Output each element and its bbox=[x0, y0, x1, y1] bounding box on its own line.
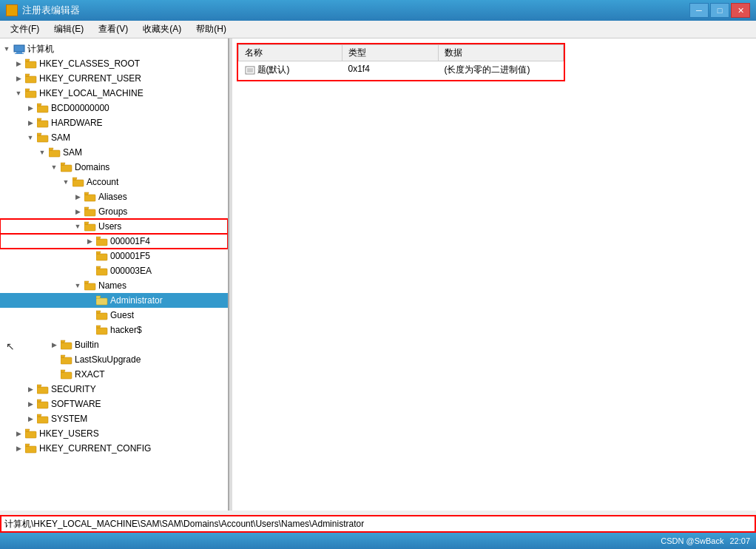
value-table-highlight: 名称 类型 数据 bbox=[237, 43, 565, 81]
label-guest: Guest bbox=[110, 310, 134, 320]
value-table: 名称 类型 数据 bbox=[238, 44, 564, 80]
expand-icon-root[interactable]: ▼ bbox=[1, 44, 12, 54]
menu-edit[interactable]: 编辑(E) bbox=[47, 21, 91, 37]
tree-node-administrator[interactable]: Administrator bbox=[0, 293, 228, 308]
label-groups: Groups bbox=[98, 206, 127, 217]
label-administrator: Administrator bbox=[110, 295, 163, 306]
menu-help[interactable]: 帮助(H) bbox=[189, 21, 234, 37]
root-label: 计算机 bbox=[27, 43, 54, 55]
taskbar: CSDN @SwBack 22:07 bbox=[0, 533, 756, 549]
tree-node-sam-root[interactable]: ▼ SAM bbox=[0, 130, 228, 145]
tree-root[interactable]: ▼ 计算机 bbox=[0, 41, 228, 56]
tree-node-hkcu[interactable]: ▶ HKEY_CURRENT_USER bbox=[0, 71, 228, 86]
expand-icon-hku[interactable]: ▶ bbox=[13, 428, 24, 439]
value-panel: 名称 类型 数据 bbox=[232, 38, 756, 511]
tree-node-builtin[interactable]: ▶ Builtin bbox=[0, 337, 228, 352]
menu-file[interactable]: 文件(F) bbox=[3, 21, 47, 37]
menu-favorites[interactable]: 收藏夹(A) bbox=[135, 21, 189, 37]
expand-icon-builtin[interactable]: ▶ bbox=[49, 340, 59, 350]
folder-icon-user-1f5 bbox=[96, 251, 108, 261]
title-bar-left: 注册表编辑器 bbox=[6, 4, 80, 17]
expand-icon-hkcc[interactable]: ▶ bbox=[13, 443, 24, 454]
value-row-default[interactable]: 题(默认) 0x1f4 (长度为零的二进制值) bbox=[239, 61, 564, 80]
expand-icon-groups[interactable]: ▶ bbox=[72, 206, 83, 217]
expand-icon-domains[interactable]: ▼ bbox=[49, 162, 59, 172]
tree-node-hardware[interactable]: ▶ HARDWARE bbox=[0, 115, 228, 130]
label-hkcu: HKEY_CURRENT_USER bbox=[39, 73, 141, 84]
menu-bar: 文件(F) 编辑(E) 查看(V) 收藏夹(A) 帮助(H) bbox=[0, 21, 756, 38]
expand-icon-account[interactable]: ▼ bbox=[61, 177, 71, 187]
folder-icon-user-1f4 bbox=[96, 236, 108, 246]
expand-icon-hklm[interactable]: ▼ bbox=[13, 88, 24, 98]
tree-panel[interactable]: ▼ 计算机 ▶ HKEY_CLASSES_ROOT ▶ HKEY_ bbox=[0, 38, 229, 511]
folder-icon-user-3ea bbox=[96, 266, 108, 276]
svg-rect-51 bbox=[37, 417, 48, 423]
svg-rect-13 bbox=[37, 135, 48, 142]
tree-node-groups[interactable]: ▶ Groups bbox=[0, 204, 228, 219]
expand-icon-user-1f4[interactable]: ▶ bbox=[84, 236, 95, 246]
svg-rect-21 bbox=[84, 195, 95, 201]
tree-node-guest[interactable]: Guest bbox=[0, 308, 228, 323]
expand-icon-aliases[interactable]: ▶ bbox=[72, 192, 83, 202]
tree-node-users[interactable]: ▼ Users bbox=[0, 219, 228, 234]
folder-icon-account bbox=[72, 177, 84, 187]
registry-value-icon bbox=[245, 65, 255, 75]
expand-icon-security[interactable]: ▶ bbox=[25, 384, 36, 394]
expand-icon-users[interactable]: ▼ bbox=[72, 221, 83, 232]
folder-icon-domains bbox=[61, 162, 72, 172]
tree-node-lastsku[interactable]: LastSkuUpgrade bbox=[0, 352, 228, 367]
folder-icon-hardware bbox=[37, 118, 49, 128]
tree-node-user-1f4[interactable]: ▶ 000001F4 bbox=[0, 234, 228, 249]
window-title: 注册表编辑器 bbox=[22, 4, 80, 17]
expand-icon-hardware[interactable]: ▶ bbox=[25, 118, 36, 128]
tree-node-system[interactable]: ▶ SYSTEM bbox=[0, 411, 228, 426]
expand-icon-sam-root[interactable]: ▼ bbox=[25, 132, 36, 143]
tree-node-sam[interactable]: ▼ SAM bbox=[0, 145, 228, 160]
label-builtin: Builtin bbox=[75, 340, 99, 350]
tree-node-security[interactable]: ▶ SECURITY bbox=[0, 382, 228, 397]
svg-rect-0 bbox=[14, 45, 24, 52]
minimize-button[interactable]: ─ bbox=[689, 3, 709, 18]
label-sam: SAM bbox=[63, 147, 82, 158]
tree-node-hklm[interactable]: ▼ HKEY_LOCAL_MACHINE bbox=[0, 86, 228, 101]
tree-node-hacker[interactable]: hacker$ bbox=[0, 323, 228, 337]
svg-rect-39 bbox=[96, 328, 107, 334]
status-bar: 计算机\HKEY_LOCAL_MACHINE\SAM\SAM\Domains\A… bbox=[0, 515, 756, 533]
tree-node-hku[interactable]: ▶ HKEY_USERS bbox=[0, 426, 228, 441]
tree-node-software[interactable]: ▶ SOFTWARE bbox=[0, 397, 228, 411]
tree-node-domains[interactable]: ▼ Domains bbox=[0, 160, 228, 175]
expand-icon-system[interactable]: ▶ bbox=[25, 414, 36, 424]
svg-rect-47 bbox=[37, 387, 48, 394]
folder-icon-hku bbox=[25, 428, 37, 439]
expand-icon-software[interactable]: ▶ bbox=[25, 399, 36, 409]
tree-node-aliases[interactable]: ▶ Aliases bbox=[0, 189, 228, 204]
svg-rect-5 bbox=[25, 76, 36, 83]
close-button[interactable]: ✕ bbox=[731, 3, 750, 18]
expand-icon-bcd[interactable]: ▶ bbox=[25, 103, 36, 113]
status-path: 计算机\HKEY_LOCAL_MACHINE\SAM\SAM\Domains\A… bbox=[4, 518, 364, 531]
expand-icon-hkcu[interactable]: ▶ bbox=[13, 73, 24, 84]
label-system: SYSTEM bbox=[51, 414, 87, 424]
tree-node-bcd[interactable]: ▶ BCD00000000 bbox=[0, 101, 228, 115]
restore-button[interactable]: □ bbox=[710, 3, 729, 18]
tree-node-hkcc[interactable]: ▶ HKEY_CURRENT_CONFIG bbox=[0, 441, 228, 456]
expand-icon-sam[interactable]: ▼ bbox=[37, 147, 47, 158]
expand-icon-hkcr[interactable]: ▶ bbox=[13, 58, 24, 69]
tree-node-hkcr[interactable]: ▶ HKEY_CLASSES_ROOT bbox=[0, 56, 228, 71]
svg-marker-52 bbox=[37, 414, 41, 417]
svg-rect-7 bbox=[25, 91, 36, 98]
tree-node-account[interactable]: ▼ Account bbox=[0, 175, 228, 189]
svg-marker-16 bbox=[49, 148, 53, 150]
menu-view[interactable]: 查看(V) bbox=[91, 21, 135, 37]
label-users: Users bbox=[98, 221, 121, 232]
svg-marker-6 bbox=[25, 74, 30, 76]
tree-node-rxact[interactable]: RXACT bbox=[0, 367, 228, 382]
folder-icon-hkcu bbox=[25, 73, 37, 84]
tree-node-user-1f5[interactable]: 000001F5 bbox=[0, 249, 228, 263]
svg-marker-22 bbox=[84, 192, 89, 195]
folder-icon-administrator bbox=[96, 295, 108, 306]
expand-icon-names[interactable]: ▼ bbox=[72, 280, 83, 291]
tree-node-user-3ea[interactable]: 000003EA bbox=[0, 263, 228, 278]
tree-node-names[interactable]: ▼ Names bbox=[0, 278, 228, 293]
label-software: SOFTWARE bbox=[51, 399, 101, 409]
